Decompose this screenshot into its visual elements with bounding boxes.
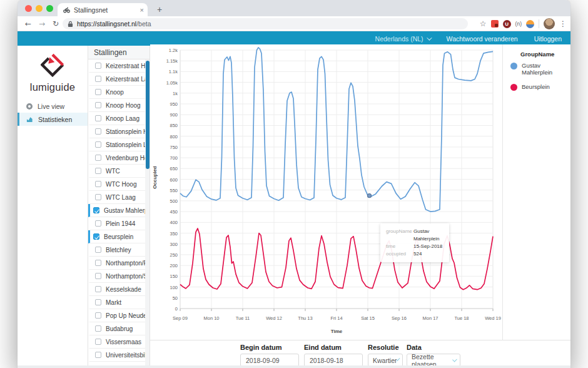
browser-menu-icon[interactable]: ⋮ bbox=[559, 19, 567, 28]
checkbox-unchecked[interactable] bbox=[95, 247, 101, 253]
stalling-list-item[interactable]: Vredenburg Hoog bbox=[88, 151, 145, 165]
resolution-label: Resolutie bbox=[368, 344, 403, 351]
checkbox-unchecked[interactable] bbox=[95, 168, 101, 174]
y-tick-label: 500 bbox=[150, 198, 178, 204]
checkbox-unchecked[interactable] bbox=[95, 155, 101, 161]
stalling-list-item[interactable]: Beursplein bbox=[88, 230, 145, 243]
resolution-select[interactable]: Kwartier bbox=[368, 354, 403, 367]
checkbox-unchecked[interactable] bbox=[95, 286, 101, 292]
begin-date-input[interactable] bbox=[240, 354, 299, 367]
occupancy-line-chart[interactable] bbox=[150, 44, 502, 340]
checkbox-unchecked[interactable] bbox=[95, 181, 101, 187]
checkbox-unchecked[interactable] bbox=[95, 63, 101, 69]
x-tick-label: Sep 16 bbox=[383, 315, 415, 321]
checkbox-unchecked[interactable] bbox=[95, 128, 101, 135]
chart-panel[interactable]: 0501001502002503003504004505005506006507… bbox=[150, 44, 502, 340]
legend-entry[interactable]: Gustav Mahlerplein bbox=[510, 62, 567, 76]
checkbox-unchecked[interactable] bbox=[95, 273, 101, 279]
stalling-list-item[interactable]: Budabrug bbox=[88, 322, 145, 335]
scrollbar-thumb[interactable] bbox=[146, 61, 150, 169]
stalling-label: Northampton/Shelter bbox=[106, 273, 145, 280]
checkbox-unchecked[interactable] bbox=[95, 260, 101, 266]
tab-close-icon[interactable]: × bbox=[140, 6, 144, 14]
checkbox-unchecked[interactable] bbox=[95, 115, 101, 121]
checkbox-unchecked[interactable] bbox=[95, 220, 101, 227]
bookmark-star-icon[interactable]: ☆ bbox=[480, 19, 487, 28]
checkbox-unchecked[interactable] bbox=[95, 299, 101, 305]
checkbox-unchecked[interactable] bbox=[95, 312, 101, 319]
profile-avatar[interactable] bbox=[544, 18, 555, 29]
checkbox-unchecked[interactable] bbox=[95, 89, 101, 95]
stalling-list-item[interactable]: WTC Hoog bbox=[88, 178, 145, 191]
forward-icon[interactable]: → bbox=[35, 19, 49, 28]
checkbox-unchecked[interactable] bbox=[95, 194, 101, 200]
begin-date-group: Begin datum bbox=[240, 344, 299, 367]
checkbox-unchecked[interactable] bbox=[95, 352, 101, 358]
stalling-list-item[interactable]: Pop Up Neude bbox=[88, 309, 145, 322]
stalling-list-item[interactable]: Vissersmaas bbox=[88, 335, 145, 349]
sidebar-item-statistieken[interactable]: Statistieken bbox=[18, 113, 88, 126]
stallingen-scrollbar[interactable] bbox=[145, 59, 150, 368]
end-date-input[interactable] bbox=[304, 354, 363, 367]
stalling-list-item[interactable]: Stationsplein Hoog bbox=[88, 125, 145, 138]
address-bar[interactable]: https://stallingsnet.nl/beta bbox=[63, 18, 468, 29]
stalling-list-item[interactable]: Stationsplein Laag bbox=[88, 138, 145, 151]
back-icon[interactable]: ← bbox=[21, 19, 35, 28]
stalling-list-item[interactable]: Kesselskade bbox=[88, 283, 145, 296]
window-close-button[interactable] bbox=[25, 5, 32, 12]
checkbox-unchecked[interactable] bbox=[95, 102, 101, 108]
stalling-list-item[interactable]: Knoop Hoog bbox=[88, 99, 145, 112]
chart-legend: GroupName Gustav MahlerpleinBeursplein bbox=[502, 44, 570, 340]
extension-red-icon[interactable] bbox=[491, 20, 499, 28]
extension-orange-icon[interactable] bbox=[526, 20, 534, 28]
legend-color-dot bbox=[510, 84, 517, 91]
browser-window: Stallingsnet × + ← → ↻ https://stallings… bbox=[18, 0, 570, 368]
stalling-list-item[interactable]: WTC bbox=[88, 165, 145, 178]
browser-tab[interactable]: Stallingsnet × bbox=[58, 3, 148, 16]
stalling-label: Stationsplein Hoog bbox=[106, 128, 145, 135]
logout-link[interactable]: Uitloggen bbox=[534, 35, 562, 43]
stalling-label: WTC Laag bbox=[106, 194, 136, 201]
reload-icon[interactable]: ↻ bbox=[49, 19, 63, 28]
legend-entry[interactable]: Beursplein bbox=[510, 83, 567, 91]
checkbox-unchecked[interactable] bbox=[95, 76, 101, 82]
stalling-list-item[interactable]: Knoop Laag bbox=[88, 112, 145, 125]
new-tab-button[interactable]: + bbox=[153, 3, 166, 16]
checkbox-unchecked[interactable] bbox=[95, 141, 101, 148]
checkbox-checked[interactable] bbox=[93, 233, 99, 240]
y-tick-label: 50 bbox=[150, 295, 178, 301]
url-path: /beta bbox=[136, 20, 151, 28]
tooltip-label: groupName bbox=[386, 228, 413, 243]
extension-ublock-icon[interactable]: U bbox=[503, 20, 511, 28]
window-bottom-edge bbox=[18, 365, 570, 368]
stalling-label: Knoop Laag bbox=[106, 115, 139, 122]
stalling-label: Knoop bbox=[106, 89, 124, 96]
data-type-select[interactable]: Bezette plaatsen bbox=[407, 354, 460, 367]
stalling-list-item[interactable]: Northampton/Shelter bbox=[88, 270, 145, 283]
y-tick-label: 400 bbox=[150, 220, 178, 225]
stalling-list-item[interactable]: Knoop bbox=[88, 86, 145, 99]
stalling-list-item[interactable]: Universiteitsbibliotheek bbox=[88, 349, 145, 362]
extension-n-icon[interactable]: (n) bbox=[515, 21, 522, 27]
stallingen-panel: Stallingen Keizerstraat HoogKeizerstraat… bbox=[88, 46, 150, 368]
checkbox-unchecked[interactable] bbox=[95, 325, 101, 332]
window-minimize-button[interactable] bbox=[36, 5, 43, 12]
stalling-list-item[interactable]: Bletchley bbox=[88, 243, 145, 257]
stalling-list-item[interactable]: Northampton/Platform bbox=[88, 257, 145, 270]
sidebar-item-live-view[interactable]: Live view bbox=[18, 100, 88, 113]
toolbar-separator bbox=[539, 19, 539, 28]
stalling-list-item[interactable]: Keizerstraat Laag bbox=[88, 73, 145, 86]
language-selector[interactable]: Nederlands (NL) bbox=[375, 35, 430, 43]
checkbox-checked[interactable] bbox=[93, 207, 99, 213]
stalling-list-item[interactable]: WTC Laag bbox=[88, 191, 145, 204]
stalling-label: WTC Hoog bbox=[106, 181, 136, 188]
stalling-list-item[interactable]: Plein 1944 bbox=[88, 217, 145, 230]
change-password-link[interactable]: Wachtwoord veranderen bbox=[447, 35, 518, 43]
url-host: https://stallingsnet.nl bbox=[77, 20, 136, 28]
stalling-list-item[interactable]: Keizerstraat Hoog bbox=[88, 59, 145, 73]
checkbox-unchecked[interactable] bbox=[95, 339, 101, 345]
stalling-list-item[interactable]: Gustav Mahlerplein bbox=[88, 204, 145, 217]
stalling-list-item[interactable]: Markt bbox=[88, 296, 145, 309]
window-zoom-button[interactable] bbox=[46, 5, 53, 12]
y-tick-label: 450 bbox=[150, 209, 178, 215]
